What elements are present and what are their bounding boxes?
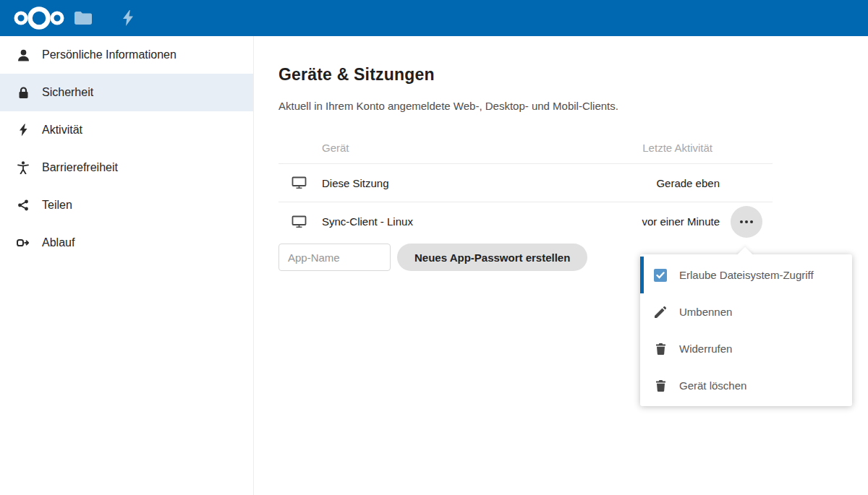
- monitor-icon: [278, 176, 322, 189]
- user-icon: [16, 49, 30, 61]
- lightning-icon: [16, 124, 30, 137]
- session-actions-menu: Erlaube Dateisystem-Zugriff Umbennen Wid…: [640, 254, 852, 406]
- device-name: Sync-Client - Linux: [322, 215, 604, 228]
- top-bar: [0, 0, 868, 36]
- menu-item-label: Erlaube Dateisystem-Zugriff: [679, 269, 814, 281]
- table-row: Diese Sitzung Gerade eben: [278, 164, 773, 202]
- sessions-table: Gerät Letzte Aktivität Diese Sitzung Ger…: [278, 132, 773, 241]
- files-app-folder-icon[interactable]: [65, 0, 101, 36]
- table-row: Sync-Client - Linux vor einer Minute: [278, 202, 773, 241]
- create-app-password-button[interactable]: Neues App-Passwort erstellen: [397, 244, 587, 271]
- sidebar-item-label: Barrierefreiheit: [42, 161, 118, 174]
- monitor-icon: [278, 215, 322, 228]
- lock-icon: [16, 87, 30, 99]
- menu-item-revoke[interactable]: Widerrufen: [640, 330, 852, 367]
- session-actions-button[interactable]: [731, 206, 762, 238]
- flow-icon: [16, 238, 30, 248]
- last-activity: Gerade eben: [604, 177, 720, 189]
- activity-app-lightning-icon[interactable]: [110, 0, 146, 36]
- page-subtitle: Aktuell in Ihrem Konto angemeldete Web-,…: [278, 100, 868, 112]
- sidebar-item-label: Aktivität: [42, 124, 82, 137]
- sidebar-item-sharing[interactable]: Teilen: [0, 186, 253, 224]
- last-activity-column-header: Letzte Aktivität: [604, 142, 720, 154]
- trash-icon: [654, 343, 667, 355]
- more-horizontal-icon: [740, 220, 743, 223]
- sidebar-item-security[interactable]: Sicherheit: [0, 74, 253, 111]
- menu-item-rename[interactable]: Umbennen: [640, 293, 852, 330]
- menu-item-delete-device[interactable]: Gerät löschen: [640, 367, 852, 404]
- share-icon: [16, 199, 30, 211]
- sidebar-item-accessibility[interactable]: Barrierefreiheit: [0, 149, 253, 186]
- page-title: Geräte & Sitzungen: [278, 65, 868, 85]
- menu-item-filesystem-access[interactable]: Erlaube Dateisystem-Zugriff: [640, 257, 852, 293]
- sidebar-item-flow[interactable]: Ablauf: [0, 224, 253, 262]
- sidebar-item-personal-info[interactable]: Persönliche Informationen: [0, 36, 253, 74]
- sidebar-item-activity[interactable]: Aktivität: [0, 111, 253, 149]
- sidebar-item-label: Sicherheit: [42, 86, 93, 99]
- trash-icon: [654, 380, 667, 392]
- sidebar-item-label: Persönliche Informationen: [42, 48, 176, 61]
- app-name-input[interactable]: [278, 244, 391, 271]
- nextcloud-logo-icon[interactable]: [13, 5, 65, 31]
- settings-sidebar: Persönliche Informationen Sicherheit Akt…: [0, 36, 254, 495]
- sidebar-item-label: Ablauf: [42, 236, 75, 249]
- checkbox-checked-icon[interactable]: [654, 269, 667, 282]
- last-activity: vor einer Minute: [604, 215, 720, 228]
- menu-item-label: Gerät löschen: [679, 379, 746, 392]
- device-column-header: Gerät: [322, 142, 604, 154]
- pencil-icon: [654, 306, 667, 318]
- menu-item-label: Widerrufen: [679, 343, 732, 355]
- device-name: Diese Sitzung: [322, 177, 604, 189]
- accessibility-icon: [16, 161, 30, 174]
- menu-item-label: Umbennen: [679, 306, 732, 318]
- sidebar-item-label: Teilen: [42, 199, 72, 212]
- sessions-table-header: Gerät Letzte Aktivität: [278, 132, 773, 164]
